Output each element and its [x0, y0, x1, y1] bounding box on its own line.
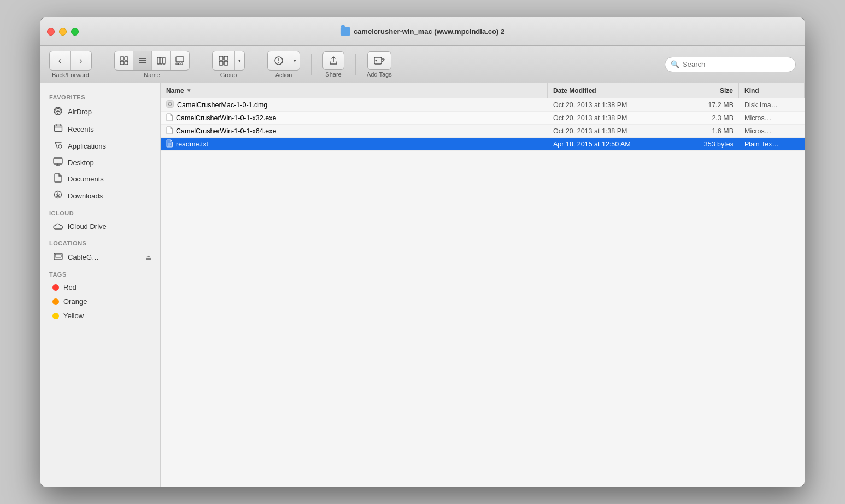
svg-rect-25: [54, 125, 62, 132]
toolbar-separator-4: [311, 54, 312, 75]
documents-label: Documents: [68, 175, 104, 183]
addtags-label: Add Tags: [367, 71, 392, 78]
svg-rect-2: [120, 61, 124, 65]
svg-rect-36: [55, 254, 61, 257]
file-kind: Micros…: [739, 127, 805, 135]
share-button[interactable]: [322, 51, 344, 70]
favorites-header: Favorites: [40, 89, 160, 103]
orange-tag-dot: [52, 298, 59, 305]
view-columns-button[interactable]: [152, 51, 171, 70]
eject-icon[interactable]: ⏏: [145, 254, 151, 261]
view-gallery-button[interactable]: [171, 51, 189, 70]
back-button[interactable]: ‹: [50, 51, 71, 70]
search-icon: 🔍: [671, 60, 679, 68]
file-icon: [166, 113, 173, 123]
sidebar-item-downloads[interactable]: Downloads: [44, 187, 157, 204]
action-label: Action: [275, 72, 292, 78]
col-header-name[interactable]: Name ▼: [161, 83, 548, 98]
minimize-button[interactable]: [59, 28, 67, 36]
view-list-button[interactable]: [133, 51, 152, 70]
titlebar: camelcrusher-win_mac (www.mpcindia.co) 2: [40, 17, 805, 46]
file-name-cell: CamelCrusherWin-1-0-1-x32.exe: [161, 113, 548, 123]
maximize-button[interactable]: [71, 28, 79, 36]
sidebar-item-desktop[interactable]: Desktop: [44, 155, 157, 170]
close-button[interactable]: [47, 28, 55, 36]
yellow-tag-label: Yellow: [63, 312, 84, 320]
table-row[interactable]: CamelCrusherMac-1-0-1.dmg Oct 20, 2013 a…: [161, 98, 805, 112]
file-name: CamelCrusherWin-1-0-1-x32.exe: [176, 114, 276, 122]
svg-rect-16: [219, 61, 223, 65]
search-bar[interactable]: 🔍: [665, 57, 796, 72]
icloud-drive-label: iCloud Drive: [68, 222, 107, 231]
sidebar-item-recents[interactable]: Recents: [44, 121, 157, 137]
file-size: 353 bytes: [673, 140, 739, 148]
sidebar-item-red[interactable]: Red: [44, 280, 157, 294]
file-name-cell: CamelCrusherWin-1-0-1-x64.exe: [161, 126, 548, 136]
file-size: 1.6 MB: [673, 127, 739, 135]
action-main-button[interactable]: [268, 51, 290, 70]
sidebar-item-documents[interactable]: Documents: [44, 171, 157, 187]
svg-rect-10: [176, 57, 184, 62]
group-main-button[interactable]: [213, 51, 234, 70]
search-input[interactable]: [683, 60, 790, 68]
toolbar-separator-1: [103, 54, 103, 75]
file-kind: Micros…: [739, 114, 805, 122]
share-label: Share: [325, 71, 341, 78]
sidebar-item-applications[interactable]: Applications: [44, 138, 157, 154]
view-grid-button[interactable]: [115, 51, 133, 70]
file-name: readme.txt: [176, 140, 208, 148]
recents-label: Recents: [68, 125, 94, 133]
sidebar-item-airdrop[interactable]: AirDrop: [44, 103, 157, 120]
svg-rect-14: [219, 56, 223, 60]
table-row[interactable]: CamelCrusherWin-1-0-1-x32.exe Oct 20, 20…: [161, 112, 805, 125]
addtags-button[interactable]: [367, 51, 391, 70]
file-rows: CamelCrusherMac-1-0-1.dmg Oct 20, 2013 a…: [161, 98, 805, 487]
sidebar-item-icloud-drive[interactable]: iCloud Drive: [44, 219, 157, 234]
col-header-kind[interactable]: Kind: [739, 83, 805, 98]
sidebar-item-cableg[interactable]: CableG… ⏏: [44, 249, 157, 265]
sidebar-item-orange[interactable]: Orange: [44, 295, 157, 308]
locations-header: Locations: [40, 235, 160, 249]
svg-rect-3: [125, 61, 128, 65]
applications-label: Applications: [68, 142, 106, 150]
sidebar: Favorites AirDrop: [40, 83, 161, 487]
sidebar-item-yellow[interactable]: Yellow: [44, 309, 157, 323]
svg-rect-7: [157, 57, 160, 64]
downloads-icon: [52, 190, 63, 201]
svg-rect-12: [179, 63, 180, 65]
file-icon: [166, 100, 174, 109]
window-title: camelcrusher-win_mac (www.mpcindia.co) 2: [341, 27, 504, 36]
action-arrow-button[interactable]: ▾: [290, 51, 300, 70]
svg-rect-8: [160, 57, 162, 64]
svg-rect-17: [224, 61, 228, 65]
cableg-icon: [52, 252, 63, 262]
nav-group: ‹ › Back/Forward: [49, 51, 92, 78]
svg-point-22: [375, 60, 377, 61]
view-group: Name: [114, 51, 190, 78]
file-name: CamelCrusherWin-1-0-1-x64.exe: [176, 127, 276, 135]
forward-button[interactable]: ›: [71, 51, 91, 70]
file-name-cell: readme.txt: [161, 139, 548, 149]
downloads-label: Downloads: [68, 192, 103, 200]
view-buttons: [114, 51, 190, 71]
col-header-size[interactable]: Size: [673, 83, 739, 98]
sort-arrow: ▼: [186, 87, 192, 93]
table-row[interactable]: CamelCrusherWin-1-0-1-x64.exe Oct 20, 20…: [161, 125, 805, 138]
col-header-date[interactable]: Date Modified: [548, 83, 673, 98]
nav-label: Back/Forward: [52, 72, 89, 78]
orange-tag-label: Orange: [63, 297, 87, 306]
finder-window: camelcrusher-win_mac (www.mpcindia.co) 2…: [40, 17, 805, 487]
table-row[interactable]: readme.txt Apr 18, 2015 at 12:50 AM 353 …: [161, 138, 805, 151]
svg-rect-37: [167, 101, 173, 107]
nav-buttons: ‹ ›: [49, 51, 92, 71]
action-group: ▾ Action: [267, 51, 300, 78]
airdrop-label: AirDrop: [68, 108, 92, 116]
svg-rect-1: [125, 57, 128, 60]
action-button: ▾: [267, 51, 300, 71]
file-kind: Disk Ima…: [739, 101, 805, 109]
group-group: ▾ Group: [212, 51, 245, 78]
group-button: ▾: [212, 51, 245, 71]
svg-rect-21: [374, 57, 382, 64]
svg-rect-9: [163, 57, 165, 64]
group-arrow-button[interactable]: ▾: [234, 51, 244, 70]
